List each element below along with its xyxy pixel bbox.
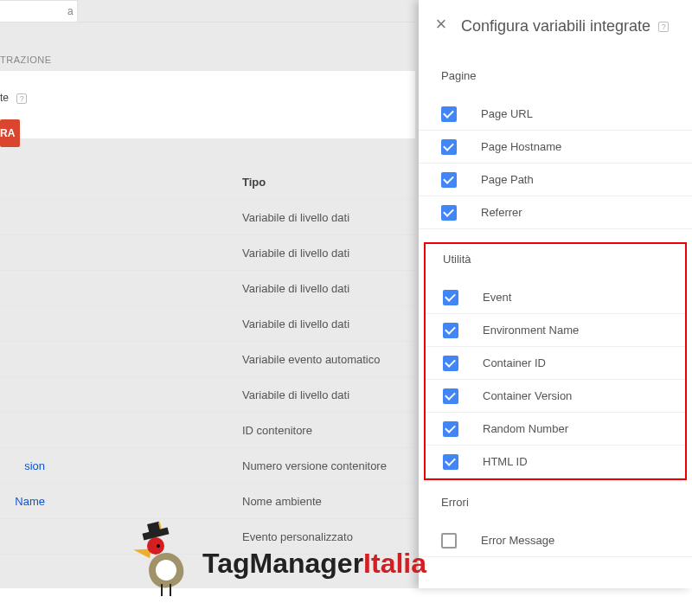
table-row[interactable]: NameNome ambiente	[0, 484, 415, 519]
checkbox-label: Page URL	[481, 107, 533, 120]
primary-button-fragment[interactable]: RA	[0, 119, 20, 147]
checkbox-label: Event	[483, 291, 511, 304]
variable-name-link[interactable]: sion	[0, 459, 48, 472]
checkbox[interactable]	[443, 356, 458, 371]
checkbox-row[interactable]: Environment Name	[426, 314, 685, 347]
section-title: Pagine	[419, 69, 692, 82]
table-row[interactable]: ID contenitore	[0, 413, 415, 448]
checkbox[interactable]	[441, 533, 457, 549]
checkbox-row[interactable]: HTML ID	[426, 446, 685, 478]
checkbox-row[interactable]: Container Version	[426, 380, 685, 413]
section-title: Errori	[419, 496, 692, 509]
table-row[interactable]: Variabile di livello dati	[0, 377, 415, 413]
checkbox-label: Page Hostname	[481, 140, 561, 153]
table-row[interactable]: Variabile di livello dati	[0, 306, 415, 342]
woodpecker-icon	[137, 527, 202, 600]
checkbox[interactable]	[443, 388, 458, 404]
divider	[0, 22, 415, 22]
checkbox[interactable]	[441, 139, 457, 155]
checkbox-label: Referrer	[481, 206, 522, 219]
checkbox-label: Error Message	[481, 534, 554, 547]
panel-title: Configura variabili integrate ?	[461, 17, 669, 35]
checkbox[interactable]	[443, 290, 458, 305]
checkbox-row[interactable]: Referrer	[419, 196, 692, 229]
section-title: Utilità	[426, 253, 685, 266]
background-panel: a TRAZIONE te ? RA Tipo Variabile di liv…	[0, 0, 419, 588]
table-row[interactable]: Variabile di livello dati	[0, 235, 415, 271]
checkbox-row[interactable]: Random Number	[426, 413, 685, 446]
table-header-row: Tipo	[0, 164, 415, 200]
checkbox-label: Random Number	[483, 422, 568, 435]
checkbox-label: Container ID	[483, 356, 546, 369]
table-row[interactable]: sionNumero versione contenitore	[0, 448, 415, 484]
variable-type: Numero versione contenitore	[48, 459, 412, 472]
help-icon[interactable]: ?	[16, 93, 27, 104]
checkbox-label: Environment Name	[483, 324, 579, 337]
configure-builtin-variables-panel: × Configura variabili integrate ? Pagine…	[419, 0, 692, 588]
table-row[interactable]: Variabile di livello dati	[0, 271, 415, 306]
checkbox-row[interactable]: Event	[426, 281, 685, 314]
checkbox-row[interactable]: Page Path	[419, 164, 692, 196]
variable-name-link[interactable]: Name	[0, 495, 48, 508]
nav-label-fragment: TRAZIONE	[0, 55, 52, 65]
checkbox[interactable]	[441, 106, 457, 122]
checkbox-row[interactable]: Page URL	[419, 98, 692, 131]
partial-tab: a	[0, 0, 78, 22]
table-row[interactable]: Variabile di livello dati	[0, 200, 415, 235]
variable-type: Variabile di livello dati	[48, 211, 412, 224]
checkbox-row[interactable]: Container ID	[426, 347, 685, 380]
checkbox[interactable]	[443, 454, 458, 470]
panel-title-text: Configura variabili integrate	[461, 17, 650, 35]
variable-type: Variabile di livello dati	[48, 388, 412, 401]
logo-text-2: Italia	[363, 548, 426, 580]
variable-type: Variabile di livello dati	[48, 247, 412, 260]
variables-table: Tipo Variabile di livello datiVariabile …	[0, 164, 415, 555]
variable-type: Variabile di livello dati	[48, 282, 412, 295]
checkbox[interactable]	[443, 323, 458, 338]
page-subtitle-fragment: te ?	[0, 92, 27, 104]
subtitle-text: te	[0, 92, 9, 104]
table-header-tipo: Tipo	[48, 176, 412, 189]
checkbox-label: HTML ID	[483, 455, 528, 468]
variable-type: Variabile di livello dati	[48, 318, 412, 330]
help-icon[interactable]: ?	[658, 22, 669, 32]
panel-header: × Configura variabili integrate ?	[419, 0, 692, 52]
table-row[interactable]: Variabile evento automatico	[0, 342, 415, 377]
section-errori: ErroriError Message	[419, 496, 692, 557]
checkbox-label: Page Path	[481, 173, 534, 186]
white-block	[0, 71, 415, 138]
logo-text-1: TagManager	[202, 548, 363, 580]
checkbox[interactable]	[441, 205, 457, 221]
close-icon[interactable]: ×	[432, 16, 451, 35]
section-utilità: UtilitàEventEnvironment NameContainer ID…	[424, 242, 687, 480]
variable-type: Variabile evento automatico	[48, 353, 412, 366]
section-pagine: PaginePage URLPage HostnamePage PathRefe…	[419, 69, 692, 229]
checkbox[interactable]	[441, 172, 457, 188]
checkbox-label: Container Version	[483, 389, 572, 402]
tagmanageritalia-logo: TagManagerItalia	[137, 527, 426, 600]
variable-type: ID contenitore	[48, 424, 412, 437]
checkbox[interactable]	[443, 421, 458, 437]
checkbox-row[interactable]: Page Hostname	[419, 131, 692, 164]
checkbox-row[interactable]: Error Message	[419, 524, 692, 557]
variable-type: Nome ambiente	[48, 495, 412, 508]
